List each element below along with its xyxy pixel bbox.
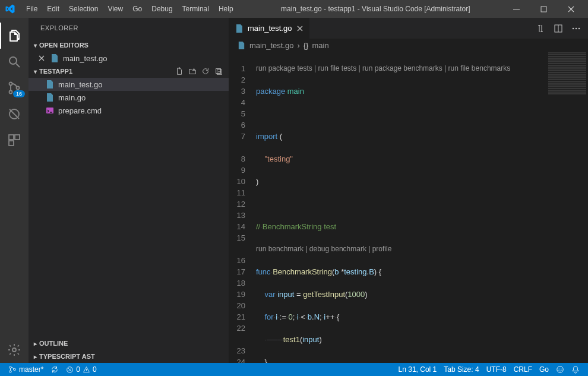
window-controls [513, 6, 583, 12]
explorer-sidebar: EXPLORER ▾ OPEN EDITORS main_test.go ▾ T… [29, 18, 229, 363]
new-folder-icon[interactable] [188, 67, 197, 75]
svg-rect-13 [216, 69, 221, 74]
open-editors-label: OPEN EDITORS [39, 42, 88, 49]
ts-ast-header[interactable]: ▸ TYPESCRIPT AST [29, 350, 229, 363]
split-editor-icon[interactable] [554, 24, 563, 33]
chevron-down-icon: ▾ [31, 42, 39, 49]
go-file-icon [235, 24, 244, 33]
title-bar: File Edit Selection View Go Debug Termin… [0, 0, 588, 18]
status-eol[interactable]: CRLF [510, 365, 536, 374]
activity-scm-icon[interactable]: 16 [0, 75, 29, 101]
new-file-icon[interactable] [175, 67, 184, 75]
outline-header[interactable]: ▸ OUTLINE [29, 337, 229, 350]
status-branch[interactable]: master* [5, 365, 47, 374]
cmd-file-icon [45, 106, 55, 115]
menu-go[interactable]: Go [128, 0, 147, 18]
breadcrumb-symbol[interactable]: main [312, 41, 328, 50]
svg-point-27 [557, 366, 564, 373]
file-item[interactable]: main.go [29, 91, 229, 104]
window-title: main_test.go - testapp1 - Visual Studio … [238, 5, 513, 13]
menu-terminal[interactable]: Terminal [178, 0, 214, 18]
open-editors-list: main_test.go [29, 52, 229, 65]
svg-rect-11 [9, 141, 14, 146]
activity-bar: 16 [0, 18, 29, 363]
codelens-bench[interactable]: run benchmark | debug benchmark | profil… [256, 244, 588, 255]
close-icon[interactable] [38, 55, 45, 62]
svg-rect-9 [9, 135, 14, 140]
menu-help[interactable]: Help [214, 0, 238, 18]
svg-point-19 [573, 27, 574, 29]
line-gutter: 1234567 89101112131415 16171819202122 23… [229, 52, 256, 363]
svg-point-5 [10, 91, 12, 94]
warnings-count: 0 [93, 365, 97, 374]
close-icon[interactable] [296, 25, 304, 32]
svg-rect-0 [513, 9, 520, 10]
branch-label: master* [19, 365, 43, 374]
more-icon[interactable] [571, 24, 581, 33]
namespace-icon: {} [304, 41, 309, 50]
svg-point-12 [12, 348, 16, 352]
svg-rect-1 [541, 7, 546, 12]
folder-header[interactable]: ▾ TESTAPP1 [29, 65, 229, 78]
svg-rect-10 [15, 135, 20, 140]
svg-point-21 [578, 27, 580, 29]
svg-point-29 [561, 368, 561, 369]
file-label: prepare.cmd [58, 106, 102, 115]
svg-point-24 [14, 368, 16, 371]
activity-extensions-icon[interactable] [0, 127, 29, 153]
svg-line-3 [16, 64, 20, 67]
chevron-down-icon: ▾ [31, 68, 39, 75]
maximize-button[interactable] [540, 6, 556, 12]
folder-actions [175, 67, 229, 75]
tab-bar: main_test.go [229, 18, 588, 39]
svg-point-22 [10, 366, 12, 369]
breadcrumb[interactable]: main_test.go › {} main [229, 39, 588, 52]
status-cursor[interactable]: Ln 31, Col 1 [395, 365, 441, 374]
open-editor-label: main_test.go [63, 54, 107, 63]
status-feedback-icon[interactable] [552, 365, 568, 374]
collapse-all-icon[interactable] [214, 67, 223, 75]
code-content[interactable]: run package tests | run file tests | run… [256, 52, 588, 363]
status-sync[interactable] [47, 365, 62, 374]
compare-icon[interactable] [536, 24, 545, 33]
menu-selection[interactable]: Selection [64, 0, 103, 18]
menu-edit[interactable]: Edit [42, 0, 64, 18]
activity-explorer-icon[interactable] [0, 23, 29, 49]
minimize-button[interactable] [513, 6, 529, 12]
status-encoding[interactable]: UTF-8 [483, 365, 510, 374]
svg-point-20 [576, 27, 577, 29]
activity-settings-icon[interactable] [0, 337, 29, 363]
status-tabsize[interactable]: Tab Size: 4 [440, 365, 482, 374]
status-bell-icon[interactable] [568, 365, 583, 374]
file-tree: main_test.go main.go prepare.cmd [29, 78, 229, 117]
menu-bar: File Edit Selection View Go Debug Termin… [21, 0, 238, 18]
menu-file[interactable]: File [21, 0, 42, 18]
file-item[interactable]: prepare.cmd [29, 104, 229, 117]
minimap[interactable] [546, 52, 588, 363]
close-button[interactable] [568, 6, 583, 12]
code-area[interactable]: 1234567 89101112131415 16171819202122 23… [229, 52, 588, 363]
activity-search-icon[interactable] [0, 49, 29, 75]
status-language[interactable]: Go [536, 365, 552, 374]
chevron-right-icon: ▸ [31, 353, 39, 360]
open-editor-item[interactable]: main_test.go [29, 52, 229, 65]
codelens-package[interactable]: run package tests | run file tests | run… [256, 63, 588, 74]
menu-debug[interactable]: Debug [147, 0, 177, 18]
svg-point-6 [17, 87, 20, 90]
refresh-icon[interactable] [201, 67, 210, 75]
scm-badge: 16 [13, 90, 25, 97]
file-item[interactable]: main_test.go [29, 78, 229, 91]
status-problems[interactable]: 0 0 [62, 365, 100, 374]
menu-view[interactable]: View [103, 0, 128, 18]
go-file-icon [237, 41, 246, 50]
chevron-right-icon: ▸ [31, 340, 39, 347]
go-file-icon [45, 80, 55, 89]
vscode-logo-icon [5, 4, 15, 14]
svg-point-4 [10, 83, 12, 86]
editor-tab[interactable]: main_test.go [229, 18, 310, 39]
activity-debug-icon[interactable] [0, 101, 29, 127]
breadcrumb-file[interactable]: main_test.go [249, 41, 293, 50]
svg-point-2 [10, 57, 17, 64]
editor-actions [536, 18, 588, 39]
open-editors-header[interactable]: ▾ OPEN EDITORS [29, 39, 229, 52]
